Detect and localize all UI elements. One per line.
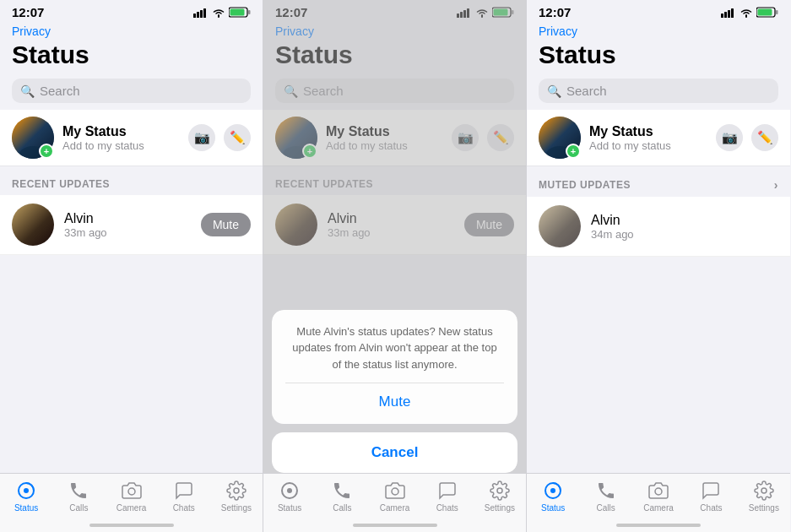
contact-name-alvin-left: Alvin [64,211,191,226]
tab-calls-label-right: Calls [596,503,615,513]
cancel-action-btn[interactable]: Cancel [272,432,517,473]
tab-bar-left: Status Calls Camera Chats [0,473,263,532]
tab-camera-left[interactable]: Camera [105,480,157,513]
search-input-right[interactable]: Search [566,84,607,98]
tab-chats-mid[interactable]: Chats [421,480,474,513]
camera-btn-right[interactable]: 📷 [716,124,743,151]
signal-icon [193,8,209,18]
tab-camera-mid[interactable]: Camera [368,480,420,513]
contact-name-alvin-right: Alvin [591,213,778,228]
my-avatar-left: + [12,117,54,159]
home-indicator-mid [353,524,437,527]
home-indicator-left [89,524,174,527]
settings-tab-icon-mid [490,480,510,501]
home-indicator-right [616,524,701,527]
tab-camera-label-right: Camera [643,503,674,513]
muted-section-right: MUTED UPDATES › [527,166,790,197]
contact-time-alvin-left: 33m ago [64,226,191,239]
tab-calls-mid[interactable]: Calls [316,480,368,513]
wifi-icon [212,8,225,18]
search-bar-right[interactable]: 🔍 Search [539,79,778,103]
action-sheet: Mute Alvin's status updates? New status … [272,310,517,474]
tab-status-label-mid: Status [278,503,301,513]
tab-settings-left[interactable]: Settings [210,480,263,513]
pencil-btn-right[interactable]: ✏️ [751,124,778,151]
tab-bar-mid: Status Calls Camera Chats [263,473,526,532]
svg-rect-5 [230,9,245,16]
tab-status-mid[interactable]: Status [263,480,316,513]
svg-point-23 [287,488,292,493]
mute-btn-left[interactable]: Mute [201,213,251,236]
privacy-link-right[interactable]: Privacy [539,24,778,38]
tab-chats-left[interactable]: Chats [158,480,210,513]
pencil-btn-left[interactable]: ✏️ [224,124,251,151]
contact-row-alvin-right[interactable]: Alvin 34m ago [527,197,790,257]
header-left: Privacy Status [0,23,263,75]
tab-settings-label-mid: Settings [485,503,515,513]
right-panel: 12:07 Privacy Status 🔍 [527,0,790,532]
left-panel: 12:07 Privacy Status 🔍 [0,0,263,532]
svg-point-24 [392,488,398,495]
my-status-sub-right: Add to my status [589,139,707,152]
tab-calls-label-mid: Calls [333,503,351,513]
tab-settings-label-right: Settings [749,503,779,513]
contact-time-alvin-right: 34m ago [591,228,778,241]
calls-tab-icon-mid [332,480,352,501]
svg-rect-3 [203,8,206,18]
search-input-left[interactable]: Search [40,84,80,98]
tab-camera-right[interactable]: Camera [632,480,685,513]
my-avatar-right: + [539,117,581,159]
chats-tab-icon-right [701,480,721,501]
calls-tab-icon-right [596,480,616,501]
middle-panel: 12:07 Privacy Status 🔍 [263,0,527,532]
chats-tab-icon-mid [437,480,458,501]
svg-rect-2 [200,10,203,18]
svg-rect-27 [724,12,727,18]
svg-point-12 [234,488,239,493]
my-status-actions-right: 📷 ✏️ [716,124,778,151]
tab-settings-mid[interactable]: Settings [474,480,526,513]
tab-chats-label-mid: Chats [436,503,458,513]
svg-rect-0 [193,14,196,18]
tab-calls-label-left: Calls [69,503,88,513]
tab-settings-right[interactable]: Settings [738,480,790,513]
tab-chats-right[interactable]: Chats [685,480,737,513]
tab-settings-label-left: Settings [221,503,252,513]
tab-calls-left[interactable]: Calls [52,480,105,513]
svg-rect-1 [197,12,199,18]
settings-tab-icon-right [754,480,774,501]
status-tab-icon-mid [279,480,300,501]
camera-tab-icon-left [122,480,142,501]
camera-btn-left[interactable]: 📷 [188,124,215,151]
privacy-link-left[interactable]: Privacy [12,24,251,38]
chevron-icon-right[interactable]: › [774,178,778,192]
settings-tab-icon-left [226,480,247,501]
my-status-sub-left: Add to my status [62,139,180,152]
search-bar-left[interactable]: 🔍 Search [12,79,251,103]
battery-icon [229,7,251,18]
tab-status-right[interactable]: Status [527,480,579,513]
svg-point-11 [128,488,135,495]
my-status-name-left: My Status [62,124,180,139]
contact-info-alvin-left: Alvin 33m ago [64,211,191,239]
status-bar-right: 12:07 [527,0,790,23]
svg-point-10 [24,488,29,493]
muted-label-right: MUTED UPDATES [539,179,631,191]
contact-row-alvin-left[interactable]: Alvin 33m ago Mute [0,195,263,255]
time-left: 12:07 [12,5,44,19]
my-status-row-right[interactable]: + My Status Add to my status 📷 ✏️ [527,110,790,166]
action-sheet-message: Mute Alvin's status updates? New status … [285,323,504,373]
my-status-row-left[interactable]: + My Status Add to my status 📷 ✏️ [0,110,263,166]
action-sheet-content: Mute Alvin's status updates? New status … [272,310,517,425]
header-right: Privacy Status [527,23,790,75]
mute-action-btn[interactable]: Mute [285,394,504,410]
mute-action-wrap[interactable]: Mute [285,383,504,410]
tab-status-left[interactable]: Status [0,480,52,513]
svg-rect-6 [248,10,251,14]
time-right: 12:07 [539,5,571,19]
status-tab-icon-left [16,480,36,501]
status-bar-left: 12:07 [0,0,263,23]
tab-calls-right[interactable]: Calls [579,480,631,513]
tab-status-label-right: Status [541,503,565,513]
plus-badge-right: + [566,144,581,159]
